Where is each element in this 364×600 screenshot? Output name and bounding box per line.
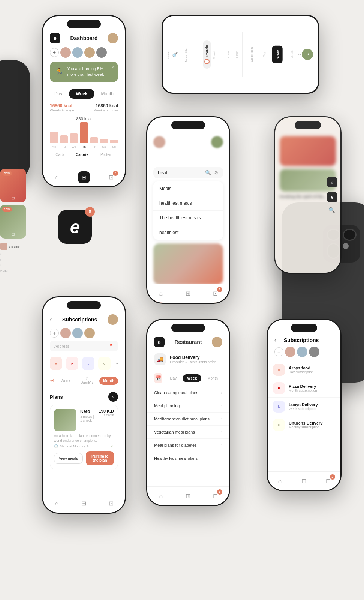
more-restaurants-icon[interactable]: ···: [114, 361, 118, 366]
meal-item-planning[interactable]: Meal planning ›: [147, 399, 229, 412]
app-icon-letter: e: [70, 217, 80, 237]
lucys-info: Lucys Delivery Week subscription: [289, 402, 335, 411]
day-option[interactable]: Day: [262, 52, 265, 57]
banner-text: You are burning 5% more than last week: [67, 66, 113, 78]
month-option[interactable]: Month: [291, 50, 294, 58]
rest-logo-2[interactable]: P: [66, 357, 78, 370]
rest-logo-4[interactable]: C: [98, 357, 111, 370]
plan-price-period: / month: [99, 413, 114, 417]
label-sa: Sa: [100, 145, 108, 148]
app-icon-container: e 8: [58, 210, 92, 244]
period-week-button[interactable]: Week: [69, 89, 94, 99]
subs-right-bookmark-btn[interactable]: ⊡ 2: [322, 475, 334, 487]
subs-item-arbys[interactable]: A Arbys food Day subscription: [268, 361, 340, 379]
rest-logo-3[interactable]: L: [82, 357, 94, 370]
address-field[interactable]: Address 📍: [50, 340, 118, 351]
label-we: We: [70, 145, 78, 148]
meal-item-diabetes[interactable]: Meal plans for diabetes ›: [147, 439, 229, 452]
period-day-button[interactable]: Day: [48, 89, 69, 99]
home-nav-button[interactable]: ⌂: [51, 171, 63, 183]
subs-avatar[interactable]: [108, 314, 118, 325]
period-selector: Day Week Month: [43, 86, 125, 102]
home-app-logo: e: [327, 192, 337, 202]
suggestion-healthiest[interactable]: healthiest: [153, 225, 223, 240]
period-2weeks-chip[interactable]: 2 Week's: [76, 375, 97, 387]
subs-home-button[interactable]: ⌂: [51, 498, 63, 510]
subs-item-lucys[interactable]: L Lucys Delivery Week subscription: [268, 398, 340, 416]
label-su: Su: [110, 145, 118, 148]
filter-calorie[interactable]: Calorie: [70, 151, 94, 159]
home-nav-icon[interactable]: ⌂: [327, 177, 337, 188]
search-nav-icon[interactable]: 🔍: [327, 207, 337, 213]
rest-home-button[interactable]: ⌂: [155, 490, 167, 502]
phone-filter: Search 🔍 Name filter Protein Calorie Car…: [162, 15, 319, 94]
close-banner-button[interactable]: ✕: [111, 65, 114, 69]
subs-item-pizza[interactable]: P Pizza Delivery Month subscription: [268, 379, 340, 398]
period-week-chip[interactable]: Week: [57, 377, 74, 385]
subs-right-add[interactable]: +: [274, 347, 283, 356]
subs-right-back[interactable]: ‹: [274, 337, 276, 344]
restaurant-avatar[interactable]: [212, 337, 222, 347]
rest-period-day[interactable]: Day: [165, 374, 181, 382]
rest-menu-button[interactable]: ⊞: [182, 490, 194, 502]
plan-price-block: 190 K.D / month: [99, 409, 114, 417]
chart-kcal-label: 860 kcal: [50, 117, 118, 121]
filter-protein-label[interactable]: Protein: [205, 45, 209, 56]
plan-details: 3 meals | 1 snack: [80, 415, 95, 422]
meal-item-kids[interactable]: Healthy kids meal plans ›: [147, 452, 229, 465]
label-tu: Tu: [60, 145, 68, 148]
subs-right-home-btn[interactable]: ⌂: [274, 475, 286, 487]
kcal-stats: 16860 kcal Weekly Average 16860 kcal Wee…: [43, 102, 125, 114]
bar-mo: [50, 132, 58, 143]
app-badge: 8: [85, 207, 95, 217]
back-button[interactable]: ‹: [50, 316, 52, 323]
subs-menu-button[interactable]: ⊞: [78, 498, 90, 510]
subs-add-person[interactable]: +: [50, 328, 59, 338]
search-home-button[interactable]: ⌂: [155, 288, 167, 300]
suggestion-meals[interactable]: Meals: [153, 182, 223, 196]
left-panel-chevron-3: ›: [0, 262, 28, 268]
view-meals-button[interactable]: View meals: [54, 453, 83, 464]
meal-item-mediterranean[interactable]: Mediterranean diet meal plans ›: [147, 412, 229, 426]
home-notch: [295, 121, 321, 129]
expand-plans-button[interactable]: ∨: [108, 392, 118, 402]
menu-nav-button[interactable]: ⊞: [78, 171, 90, 183]
bookmark-icon[interactable]: ⊡: [12, 196, 15, 200]
add-person-button[interactable]: +: [50, 48, 59, 57]
search-bookmark-button[interactable]: ⊡ 2: [210, 288, 222, 300]
subs-right-badge: 2: [330, 474, 335, 480]
sun-icon: ☀: [50, 378, 55, 384]
filter-protein[interactable]: Protein: [94, 151, 118, 159]
subs-right-menu-btn[interactable]: ⊞: [298, 475, 310, 487]
period-month-button[interactable]: Month: [94, 89, 120, 99]
chevron-vegetarian: ›: [221, 430, 222, 434]
filter-search-icon[interactable]: 🔍: [172, 52, 178, 57]
kcal-purpose-value: 16860 kcal: [94, 103, 118, 108]
rest-logo-1[interactable]: A: [50, 357, 62, 370]
rest-period-week[interactable]: Week: [183, 374, 201, 382]
rest-bookmark-button[interactable]: ⊡ 1: [210, 490, 222, 502]
search-menu-button[interactable]: ⊞: [182, 288, 194, 300]
period-month-chip[interactable]: Month: [99, 377, 118, 385]
phone-dark-partial: [0, 60, 30, 180]
subs-item-churchs[interactable]: C Churchs Delivery Monthly subscription: [268, 416, 340, 434]
subs-bookmark-button[interactable]: ⊡: [105, 498, 117, 510]
week-option[interactable]: Week: [276, 50, 280, 58]
bookmark-nav-button[interactable]: ⊡ 2: [105, 171, 117, 183]
discount-badge-1: 25%: [2, 171, 12, 176]
purchase-plan-button[interactable]: Purchase the plan: [86, 451, 114, 465]
ok-button[interactable]: ok: [302, 49, 313, 60]
pizza-info: Pizza Delivery Month subscription: [289, 384, 335, 392]
search-avatar-2: [211, 136, 223, 148]
meal-item-clean[interactable]: Clean eating meal plans ›: [147, 386, 229, 399]
search-bar[interactable]: heal 🔍 ⚙: [153, 167, 223, 178]
suggestion-the-healthiest[interactable]: The healthiest meals: [153, 211, 223, 225]
notch: [67, 20, 101, 28]
bookmark-icon-2[interactable]: ⊡: [12, 232, 15, 236]
meal-item-vegetarian[interactable]: Vegetarian meal plans ›: [147, 426, 229, 439]
rest-period-month[interactable]: Month: [203, 374, 222, 382]
user-avatar[interactable]: [108, 33, 118, 44]
suggestion-healthiest-meals[interactable]: healthiest meals: [153, 196, 223, 211]
filter-carb[interactable]: Carb: [49, 151, 70, 159]
filter-icon[interactable]: ⚙: [214, 170, 219, 176]
